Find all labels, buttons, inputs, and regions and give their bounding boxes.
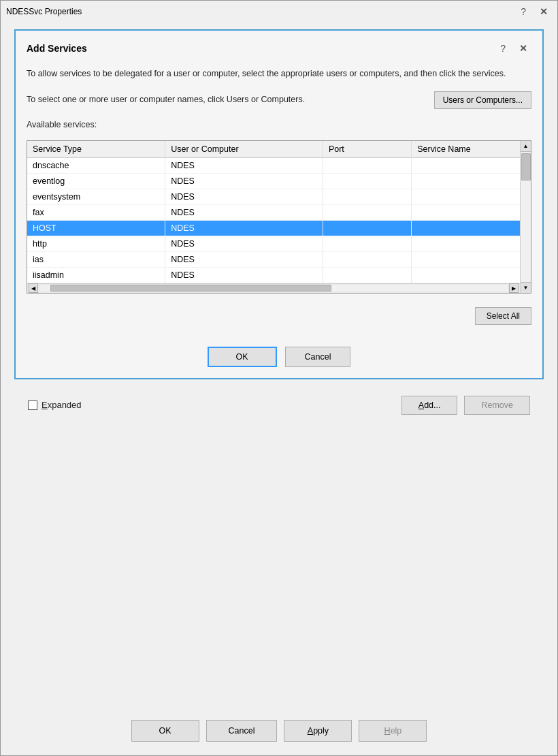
table-row[interactable]: iisadminNDES	[27, 267, 520, 283]
cell-serviceType-2: eventsystem	[27, 189, 165, 204]
cell-serviceType-7: iisadmin	[27, 267, 165, 283]
footer-help-button[interactable]: Help	[359, 720, 427, 742]
cell-userOrComputer-1: NDES	[165, 173, 323, 189]
cell-port-3	[323, 204, 411, 220]
remove-button[interactable]: Remove	[464, 396, 530, 415]
footer-buttons: OK Cancel Apply Help	[1, 709, 557, 755]
cell-port-5	[323, 236, 411, 251]
user-computer-text: To select one or more user or computer n…	[27, 93, 426, 106]
inner-cancel-button[interactable]: Cancel	[285, 347, 351, 367]
expanded-label: Expanded	[42, 400, 82, 410]
table-header-row: Service Type User or Computer Port Servi…	[27, 141, 520, 158]
bottom-section: Expanded Add... Remove	[14, 390, 544, 423]
cell-serviceType-3: fax	[27, 204, 165, 220]
cell-serviceName-2	[412, 189, 520, 204]
services-table: Service Type User or Computer Port Servi…	[27, 141, 520, 283]
available-services-label: Available services:	[27, 120, 531, 129]
cell-serviceType-0: dnscache	[27, 157, 165, 173]
col-header-port: Port	[323, 141, 411, 158]
table-with-vscroll: Service Type User or Computer Port Servi…	[27, 141, 531, 293]
table-row[interactable]: HOSTNDES	[27, 220, 520, 236]
cell-userOrComputer-3: NDES	[165, 204, 323, 220]
title-bar-controls: ? ✕	[516, 5, 552, 18]
footer-apply-button[interactable]: Apply	[284, 720, 352, 742]
cell-serviceName-6	[412, 251, 520, 267]
cell-port-1	[323, 173, 411, 189]
cell-serviceName-3	[412, 204, 520, 220]
cell-serviceType-5: http	[27, 236, 165, 251]
cell-userOrComputer-2: NDES	[165, 189, 323, 204]
inner-help-button[interactable]: ?	[496, 42, 510, 55]
table-row[interactable]: faxNDES	[27, 204, 520, 220]
bottom-buttons: Add... Remove	[401, 396, 530, 415]
cell-userOrComputer-0: NDES	[165, 157, 323, 173]
inner-dialog-titlebar: Add Services ? ✕	[27, 42, 531, 55]
table-row[interactable]: iasNDES	[27, 251, 520, 267]
inner-dialog-controls: ? ✕	[496, 42, 531, 55]
table-row[interactable]: httpNDES	[27, 236, 520, 251]
horizontal-scrollbar[interactable]: ◀ ▶	[27, 283, 520, 293]
hscroll-thumb[interactable]	[50, 285, 331, 292]
expanded-checkbox-wrapper: Expanded	[28, 400, 82, 410]
cell-userOrComputer-5: NDES	[165, 236, 323, 251]
cell-port-0	[323, 157, 411, 173]
services-table-container: Service Type User or Computer Port Servi…	[27, 140, 531, 294]
expanded-label-text: xpanded	[48, 400, 82, 410]
cell-serviceName-7	[412, 267, 520, 283]
hscroll-right-arrow[interactable]: ▶	[509, 283, 519, 293]
vscroll-down-arrow[interactable]: ▼	[521, 282, 531, 293]
footer-ok-button[interactable]: OK	[131, 720, 199, 742]
cell-serviceType-4: HOST	[27, 220, 165, 236]
cell-port-2	[323, 189, 411, 204]
cell-serviceName-0	[412, 157, 520, 173]
cell-port-6	[323, 251, 411, 267]
ok-cancel-row: OK Cancel	[27, 347, 531, 367]
table-row[interactable]: eventlogNDES	[27, 173, 520, 189]
help-underline: H	[384, 726, 391, 736]
vscroll-thumb[interactable]	[521, 153, 531, 180]
cell-serviceType-6: ias	[27, 251, 165, 267]
cell-serviceType-1: eventlog	[27, 173, 165, 189]
add-underline: A	[419, 400, 424, 410]
description-text: To allow services to be delegated for a …	[27, 67, 531, 80]
cell-serviceName-5	[412, 236, 520, 251]
inner-dialog: Add Services ? ✕ To allow services to be…	[14, 29, 544, 379]
outer-window: NDESSvc Properties ? ✕ Add Services ? ✕ …	[0, 0, 558, 756]
cell-port-4	[323, 220, 411, 236]
main-content: Add Services ? ✕ To allow services to be…	[1, 22, 557, 709]
expanded-checkbox[interactable]	[28, 400, 37, 410]
title-bar: NDESSvc Properties ? ✕	[1, 1, 557, 22]
cell-port-7	[323, 267, 411, 283]
col-header-service-name: Service Name	[412, 141, 520, 158]
footer-cancel-button[interactable]: Cancel	[206, 720, 278, 742]
outer-help-button[interactable]: ?	[516, 5, 530, 18]
inner-ok-button[interactable]: OK	[208, 347, 277, 367]
inner-dialog-title: Add Services	[27, 43, 496, 54]
add-button[interactable]: Add...	[401, 396, 458, 415]
spacer	[14, 423, 544, 695]
user-computer-row: To select one or more user or computer n…	[27, 91, 531, 109]
expanded-label-underline: E	[42, 400, 48, 410]
vertical-scrollbar[interactable]: ▲ ▼	[520, 141, 531, 293]
cell-serviceName-1	[412, 173, 520, 189]
outer-close-button[interactable]: ✕	[536, 5, 552, 18]
cell-userOrComputer-6: NDES	[165, 251, 323, 267]
apply-underline: A	[308, 726, 313, 736]
table-row[interactable]: dnscacheNDES	[27, 157, 520, 173]
cell-userOrComputer-7: NDES	[165, 267, 323, 283]
cell-userOrComputer-4: NDES	[165, 220, 323, 236]
vscroll-up-arrow[interactable]: ▲	[521, 141, 531, 152]
hscroll-track[interactable]	[39, 285, 508, 292]
table-row[interactable]: eventsystemNDES	[27, 189, 520, 204]
vscroll-track[interactable]	[521, 152, 531, 282]
select-all-row: Select All	[27, 307, 531, 325]
inner-close-button[interactable]: ✕	[515, 42, 531, 55]
outer-window-title: NDESSvc Properties	[6, 7, 516, 16]
cell-serviceName-4	[412, 220, 520, 236]
col-header-service-type: Service Type	[27, 141, 165, 158]
hscroll-left-arrow[interactable]: ◀	[29, 283, 38, 293]
col-header-user-computer: User or Computer	[165, 141, 323, 158]
table-scroll-area: Service Type User or Computer Port Servi…	[27, 141, 520, 293]
users-computers-button[interactable]: Users or Computers...	[434, 91, 531, 109]
select-all-button[interactable]: Select All	[475, 307, 531, 325]
